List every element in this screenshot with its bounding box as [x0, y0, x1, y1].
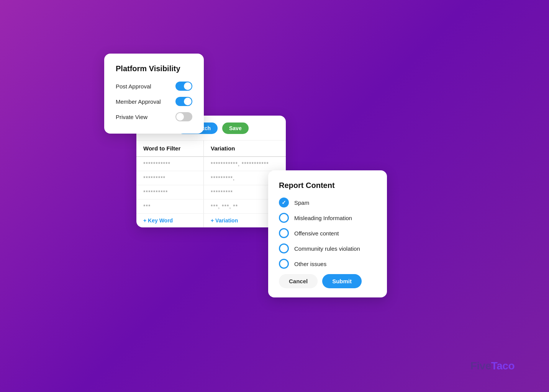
word-cell: *** [136, 199, 204, 214]
word-cell: *********** [136, 157, 204, 171]
private-view-toggle[interactable] [175, 112, 192, 121]
table-row: ********** ********* [136, 185, 286, 199]
table-row: *** ***, ***, ** [136, 199, 286, 214]
post-approval-label: Post Approval [116, 83, 151, 90]
cancel-button[interactable]: Cancel [279, 274, 318, 288]
offensive-radio-icon [279, 228, 289, 238]
spam-radio-icon: ✓ [279, 198, 289, 207]
misleading-radio-icon [279, 213, 289, 223]
table-row: ********* *********, [136, 171, 286, 185]
word-cell: ********* [136, 171, 204, 185]
post-approval-thumb [184, 82, 192, 90]
brand-five: Five [470, 360, 491, 372]
platform-visibility-card: Platform Visibility Post Approval Member… [104, 54, 204, 134]
member-approval-thumb [184, 98, 192, 105]
report-content-card: Report Content ✓ Spam Misleading Informa… [268, 170, 387, 297]
community-label: Community rules violation [294, 245, 360, 252]
misleading-label: Misleading Information [294, 215, 352, 221]
report-option-other[interactable]: Other issues [279, 259, 376, 269]
community-radio-icon [279, 243, 289, 253]
member-approval-toggle[interactable] [175, 97, 192, 106]
private-view-thumb [176, 113, 184, 121]
offensive-label: Offensive content [294, 230, 339, 237]
platform-card-title: Platform Visibility [116, 64, 192, 73]
member-approval-label: Member Approval [116, 98, 161, 105]
table-row: *********** ***********, *********** [136, 157, 286, 171]
brand-taco: Taco [491, 360, 515, 372]
member-approval-row: Member Approval [116, 97, 192, 106]
post-approval-row: Post Approval [116, 82, 192, 91]
variation-header: Variation [204, 140, 286, 157]
report-option-spam[interactable]: ✓ Spam [279, 198, 376, 207]
report-card-title: Report Content [279, 181, 376, 190]
private-view-label: Private View [116, 114, 147, 120]
word-to-filter-header: Word to Filter [136, 140, 204, 157]
other-radio-icon [279, 259, 289, 269]
private-view-row: Private View [116, 112, 192, 121]
word-filter-table: Word to Filter Variation *********** ***… [136, 140, 286, 227]
add-keyword-row[interactable]: + Key Word + Variation [136, 214, 286, 228]
submit-button[interactable]: Submit [322, 274, 362, 288]
report-option-offensive[interactable]: Offensive content [279, 228, 376, 238]
other-label: Other issues [294, 261, 326, 267]
add-keyword-cell[interactable]: + Key Word [136, 214, 204, 228]
brand-logo: FiveTaco [470, 360, 515, 372]
post-approval-toggle[interactable] [175, 82, 192, 91]
word-cell: ********** [136, 185, 204, 199]
report-buttons: Cancel Submit [279, 274, 376, 288]
save-button[interactable]: Save [222, 122, 249, 134]
report-option-community[interactable]: Community rules violation [279, 243, 376, 253]
spam-label: Spam [294, 199, 309, 206]
report-option-misleading[interactable]: Misleading Information [279, 213, 376, 223]
variation-cell: ***********, *********** [204, 157, 286, 171]
